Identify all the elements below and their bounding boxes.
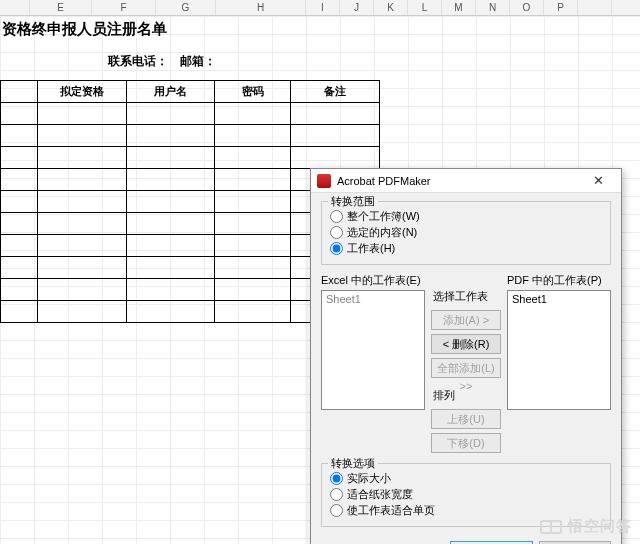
column-header[interactable]: E bbox=[30, 0, 92, 15]
add-button[interactable]: 添加(A) > bbox=[431, 310, 501, 330]
dialog-title: Acrobat PDFMaker bbox=[337, 175, 581, 187]
column-header[interactable]: P bbox=[544, 0, 578, 15]
column-header[interactable]: G bbox=[156, 0, 216, 15]
column-header[interactable]: H bbox=[216, 0, 306, 15]
dialog-titlebar[interactable]: Acrobat PDFMaker ✕ bbox=[311, 169, 621, 193]
add-all-button[interactable]: 全部添加(L) >> bbox=[431, 358, 501, 378]
close-icon[interactable]: ✕ bbox=[581, 173, 615, 188]
column-header[interactable]: L bbox=[408, 0, 442, 15]
column-header[interactable]: O bbox=[510, 0, 544, 15]
radio-fit-page[interactable]: 使工作表适合单页 bbox=[330, 502, 602, 518]
column-header[interactable]: K bbox=[374, 0, 408, 15]
radio-fit-width[interactable]: 适合纸张宽度 bbox=[330, 486, 602, 502]
list-item[interactable]: Sheet1 bbox=[326, 293, 420, 305]
watermark: 悟空问答 bbox=[540, 517, 632, 536]
column-header[interactable] bbox=[0, 0, 30, 15]
table-header: 拟定资格 bbox=[37, 81, 126, 103]
pdfmaker-dialog: Acrobat PDFMaker ✕ 转换范围 整个工作簿(W) 选定的内容(N… bbox=[310, 168, 622, 544]
column-header[interactable] bbox=[578, 0, 612, 15]
move-up-button[interactable]: 上移(U) bbox=[431, 409, 501, 429]
pdf-sheets-list[interactable]: Sheet1 bbox=[507, 290, 611, 410]
column-header-row: EFGHIJKLMNOP bbox=[0, 0, 640, 16]
email-label: 邮箱： bbox=[180, 53, 270, 70]
radio-sheet[interactable]: 工作表(H) bbox=[330, 240, 602, 256]
move-down-button[interactable]: 下移(D) bbox=[431, 433, 501, 453]
column-header[interactable]: F bbox=[92, 0, 156, 15]
column-header[interactable]: M bbox=[442, 0, 476, 15]
radio-selection[interactable]: 选定的内容(N) bbox=[330, 224, 602, 240]
excel-sheets-list[interactable]: Sheet1 bbox=[321, 290, 425, 410]
doc-title: 资格终申报人员注册名单 bbox=[0, 16, 380, 47]
table-header: 密码 bbox=[215, 81, 291, 103]
column-header[interactable]: N bbox=[476, 0, 510, 15]
table-row bbox=[1, 147, 380, 169]
phone-label: 联系电话： bbox=[0, 53, 180, 70]
column-header[interactable]: J bbox=[340, 0, 374, 15]
table-header: 备注 bbox=[291, 81, 380, 103]
pdf-icon bbox=[317, 174, 331, 188]
table-row bbox=[1, 125, 380, 147]
table-header bbox=[1, 81, 38, 103]
column-header[interactable]: I bbox=[306, 0, 340, 15]
excel-sheets-label: Excel 中的工作表(E) bbox=[321, 273, 425, 288]
table-row bbox=[1, 103, 380, 125]
radio-actual-size[interactable]: 实际大小 bbox=[330, 470, 602, 486]
table-header: 用户名 bbox=[126, 81, 215, 103]
radio-workbook[interactable]: 整个工作簿(W) bbox=[330, 208, 602, 224]
pdf-sheets-label: PDF 中的工作表(P) bbox=[507, 273, 611, 288]
watermark-icon bbox=[540, 520, 562, 534]
remove-button[interactable]: < 删除(R) bbox=[431, 334, 501, 354]
scope-group: 转换范围 整个工作簿(W) 选定的内容(N) 工作表(H) bbox=[321, 201, 611, 265]
list-item[interactable]: Sheet1 bbox=[512, 293, 606, 305]
